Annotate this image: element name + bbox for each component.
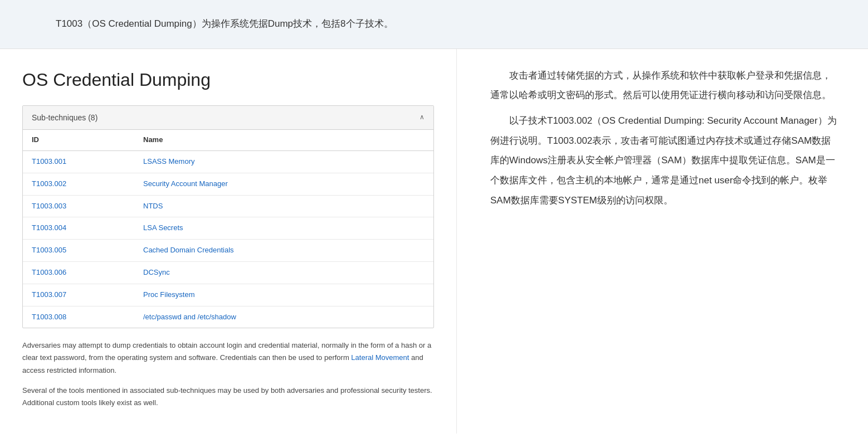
subtechniques-section: Sub-techniques (8) ∧ ID Name T1003.001 L…: [22, 105, 434, 329]
subtechniques-header[interactable]: Sub-techniques (8) ∧: [23, 106, 433, 130]
banner-text: T1003（OS Credential Dumping）为操作系统凭据Dump技…: [56, 18, 393, 29]
table-row: T1003.004 LSA Secrets: [23, 217, 433, 240]
cell-name[interactable]: Security Account Manager: [134, 173, 433, 195]
technique-name-link[interactable]: LSASS Memory: [143, 157, 194, 166]
cell-name[interactable]: LSA Secrets: [134, 217, 433, 240]
technique-id-link[interactable]: T1003.005: [32, 246, 66, 254]
subtechniques-header-text: Sub-techniques (8): [32, 111, 97, 124]
technique-name-link[interactable]: NTDS: [143, 202, 163, 210]
table-row: T1003.003 NTDS: [23, 195, 433, 217]
col-name: Name: [134, 130, 433, 150]
table-row: T1003.001 LSASS Memory: [23, 150, 433, 173]
cell-id[interactable]: T1003.006: [23, 261, 134, 284]
right-para-2: 以子技术T1003.002（OS Credential Dumping: Sec…: [490, 111, 840, 210]
technique-name-link[interactable]: DCSync: [143, 268, 170, 276]
subtechniques-table: ID Name T1003.001 LSASS Memory T1003.002…: [23, 130, 433, 328]
table-row: T1003.007 Proc Filesystem: [23, 284, 433, 306]
technique-name-link[interactable]: Security Account Manager: [143, 179, 228, 188]
page-title: OS Credential Dumping: [22, 66, 434, 94]
table-row: T1003.008 /etc/passwd and /etc/shadow: [23, 306, 433, 328]
cell-name[interactable]: Proc Filesystem: [134, 284, 433, 306]
right-panel: 攻击者通过转储凭据的方式，从操作系统和软件中获取帐户登录和凭据信息，通常以哈希或…: [457, 49, 868, 434]
chevron-up-icon: ∧: [420, 112, 425, 123]
cell-name[interactable]: /etc/passwd and /etc/shadow: [134, 306, 433, 328]
cell-id[interactable]: T1003.007: [23, 284, 134, 306]
description-1: Adversaries may attempt to dump credenti…: [22, 339, 434, 376]
technique-id-link[interactable]: T1003.006: [32, 268, 66, 276]
cell-id[interactable]: T1003.004: [23, 217, 134, 240]
technique-name-link[interactable]: Proc Filesystem: [143, 290, 194, 299]
description-2: Several of the tools mentioned in associ…: [22, 385, 434, 409]
cell-id[interactable]: T1003.003: [23, 195, 134, 217]
cell-id[interactable]: T1003.001: [23, 150, 134, 173]
technique-id-link[interactable]: T1003.002: [32, 179, 66, 188]
technique-id-link[interactable]: T1003.003: [32, 202, 66, 210]
technique-id-link[interactable]: T1003.008: [32, 313, 66, 321]
technique-name-link[interactable]: Cached Domain Credentials: [143, 246, 234, 254]
table-row: T1003.002 Security Account Manager: [23, 173, 433, 195]
table-row: T1003.005 Cached Domain Credentials: [23, 240, 433, 262]
top-banner: T1003（OS Credential Dumping）为操作系统凭据Dump技…: [0, 0, 868, 49]
table-header-row: ID Name: [23, 130, 433, 150]
cell-id[interactable]: T1003.005: [23, 240, 134, 262]
technique-name-link[interactable]: LSA Secrets: [143, 223, 183, 232]
cell-id[interactable]: T1003.008: [23, 306, 134, 328]
technique-id-link[interactable]: T1003.007: [32, 290, 66, 299]
right-para-1: 攻击者通过转储凭据的方式，从操作系统和软件中获取帐户登录和凭据信息，通常以哈希或…: [490, 66, 840, 105]
cell-name[interactable]: DCSync: [134, 261, 433, 284]
main-content: OS Credential Dumping Sub-techniques (8)…: [0, 49, 868, 434]
technique-id-link[interactable]: T1003.001: [32, 157, 66, 166]
lateral-movement-link[interactable]: Lateral Movement: [351, 353, 409, 362]
cell-name[interactable]: Cached Domain Credentials: [134, 240, 433, 262]
technique-name-link[interactable]: /etc/passwd and /etc/shadow: [143, 313, 236, 321]
left-panel: OS Credential Dumping Sub-techniques (8)…: [0, 49, 457, 434]
table-row: T1003.006 DCSync: [23, 261, 433, 284]
col-id: ID: [23, 130, 134, 150]
cell-id[interactable]: T1003.002: [23, 173, 134, 195]
technique-id-link[interactable]: T1003.004: [32, 223, 66, 232]
cell-name[interactable]: LSASS Memory: [134, 150, 433, 173]
cell-name[interactable]: NTDS: [134, 195, 433, 217]
